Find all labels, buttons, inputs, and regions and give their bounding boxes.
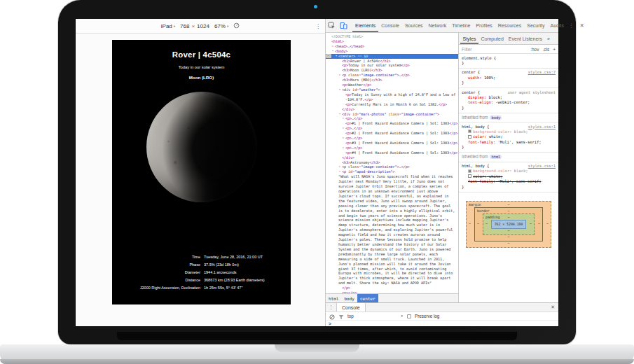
device-toolbar-toggle-icon[interactable] — [338, 19, 350, 32]
devtools-close-icon[interactable]: ✕ — [578, 22, 586, 29]
dom-tree-row[interactable]: ▾<div id="mars-photos" class="image-cont… — [326, 112, 458, 117]
breadcrumb-item-html[interactable]: html — [326, 294, 341, 302]
box-model-padding[interactable]: padding − − − − 762 × 5204.190 — [483, 214, 535, 235]
dom-tree-row[interactable]: <p>Today is Sunny with a high of 24.8°F … — [326, 92, 458, 102]
css-declaration[interactable]: background-color: black; — [462, 169, 556, 174]
twisty-icon[interactable]: ▾ — [338, 112, 342, 117]
row-overflow-icon[interactable]: ⋯ — [326, 54, 331, 58]
tab-network[interactable]: Network — [426, 19, 450, 32]
dom-tree-row[interactable]: <p></p> — [326, 290, 458, 293]
color-swatch[interactable] — [468, 130, 471, 133]
tab-resources[interactable]: Resources — [495, 19, 524, 32]
dom-tree-row[interactable]: <p>Today in our solar system</p> — [326, 63, 458, 68]
padding-bottom-value[interactable]: − — [508, 228, 510, 233]
dom-tree-row[interactable]: </div> — [326, 155, 458, 160]
twisty-icon[interactable]: ▸ — [341, 146, 345, 150]
stylesheet-link[interactable]: user agent stylesheet — [507, 90, 556, 95]
css-declaration[interactable]: display: block; — [462, 95, 556, 100]
inherited-node-link[interactable]: body — [490, 115, 502, 120]
tab-elements[interactable]: Elements — [352, 19, 378, 32]
css-declaration[interactable]: width: 100%; — [462, 76, 556, 80]
tab-timeline[interactable]: Timeline — [449, 19, 473, 32]
viewport-dimensions[interactable]: 768 × 1024 — [180, 23, 209, 29]
border-bottom-value[interactable]: − — [508, 234, 510, 239]
css-declaration[interactable]: font-family: 'Muli', sans-serif; — [462, 140, 556, 145]
tab-sources[interactable]: Sources — [402, 19, 426, 32]
dom-tree-row[interactable]: ▾<body> — [326, 49, 458, 54]
stylesheet-link[interactable]: styles.css:7 — [528, 70, 556, 75]
devtools-menu-icon[interactable]: ⋮ — [567, 22, 577, 29]
network-throttle-icon[interactable] — [233, 22, 240, 30]
box-model-border[interactable]: border − − − − padding − − — [474, 207, 543, 241]
dom-tree-row[interactable]: ▸<p>…</p> — [326, 116, 458, 121]
filter-funnel-icon[interactable] — [338, 310, 344, 323]
zoom-select[interactable]: 67% ▾ — [214, 23, 228, 29]
dom-tree-row[interactable]: ▸<p class="image-container">…</p> — [326, 164, 458, 169]
dom-tree-row[interactable]: <p>#1 | Front Hazard Avoidance Camera | … — [326, 121, 458, 126]
dom-tree-row[interactable]: ▾<div id="weather"> — [326, 88, 458, 92]
filter-toggle-more[interactable]: + — [553, 47, 556, 52]
rule-selector[interactable]: element.style { — [462, 56, 496, 61]
twisty-icon[interactable]: ▸ — [338, 73, 342, 78]
box-model-margin[interactable]: margin − − − − border − − − — [466, 201, 551, 248]
filter-toggle-cls[interactable]: .cls — [542, 47, 549, 52]
preserve-log-checkbox[interactable] — [407, 314, 411, 318]
dom-tree-row[interactable]: ▸<p>…</p> — [326, 136, 458, 141]
sidebar-tab-styles[interactable]: Styles — [460, 33, 478, 44]
twisty-icon[interactable]: ▸ — [341, 116, 345, 121]
twisty-icon[interactable]: ▾ — [331, 49, 335, 54]
dom-tree-row[interactable]: <h3>Astronomy</h3> — [326, 160, 458, 165]
dom-tree-row[interactable]: <p>Weather</p> — [326, 83, 458, 88]
dom-tree-row[interactable]: <!DOCTYPE html> — [326, 34, 458, 39]
margin-bottom-value[interactable]: − — [508, 241, 510, 246]
dom-tree-row[interactable]: <h3>Moon (LRO)</h3> — [326, 68, 458, 73]
margin-right-value[interactable]: − — [546, 222, 549, 227]
sidebar-tab-more[interactable]: » — [545, 33, 553, 44]
rule-selector[interactable]: html, body { — [462, 125, 489, 130]
dom-tree-row[interactable]: <p>#3 | Front Hazard Avoidance Camera | … — [326, 141, 458, 146]
css-declaration[interactable]: font-family: 'Muli', sans-serif; — [462, 179, 556, 184]
dom-tree-row[interactable]: ▸<p>…</p> — [326, 126, 458, 131]
tab-profiles[interactable]: Profiles — [473, 19, 495, 32]
execution-context-select[interactable]: top ▼ — [347, 314, 404, 318]
device-select[interactable]: iPad ▾ — [161, 23, 175, 29]
css-declaration[interactable]: color: white; — [462, 174, 556, 179]
twisty-icon[interactable]: ▸ — [341, 126, 345, 131]
dom-tree-row[interactable]: <html> — [326, 39, 458, 44]
dom-tree-row[interactable]: <h1>Rover | 4c504c</h1> — [326, 59, 458, 64]
dom-tree-row[interactable]: <p>Currently Mars is in Month 6 on Sol 1… — [326, 102, 458, 107]
box-model-content-size[interactable]: 762 × 5204.190 — [491, 220, 526, 229]
breadcrumb-item-body[interactable]: body — [341, 294, 357, 302]
dom-tree-row[interactable]: "What will NASA's Juno spacecraft find w… — [326, 174, 458, 286]
dom-tree-row[interactable]: ▸<p>…</p> — [326, 146, 458, 150]
dom-tree-row[interactable]: ▸<head>…</head> — [326, 44, 458, 49]
dom-tree-row[interactable]: </p> — [326, 286, 458, 290]
twisty-icon[interactable]: ▾ — [338, 169, 342, 174]
twisty-icon[interactable]: ▸ — [341, 136, 345, 141]
device-toolbar-menu-icon[interactable]: ⋮ — [313, 19, 323, 33]
sidebar-tab-computed[interactable]: Computed — [478, 33, 506, 44]
console-close-icon[interactable]: ✕ — [547, 303, 558, 312]
color-swatch[interactable] — [468, 174, 471, 178]
tab-audits[interactable]: Audits — [548, 19, 567, 32]
dom-tree-row[interactable]: ▾<p id="apod-description"> — [326, 169, 458, 174]
dom-tree-row[interactable]: ▾⋯<center> == $0 — [326, 54, 458, 59]
margin-left-value[interactable]: − — [469, 222, 471, 227]
twisty-icon[interactable]: ▾ — [338, 88, 342, 92]
dom-tree-row[interactable]: <p>#4 | Front Hazard Avoidance Camera | … — [326, 150, 458, 155]
tab-console[interactable]: Console — [378, 19, 402, 32]
css-declaration[interactable]: text-align: -webkit-center; — [462, 100, 556, 105]
console-prompt[interactable]: > — [326, 321, 558, 326]
viewport-height[interactable]: 1024 — [197, 23, 209, 29]
dom-tree-row[interactable]: <p>#2 | Front Hazard Avoidance Camera | … — [326, 131, 458, 136]
twisty-icon[interactable]: ▸ — [331, 44, 335, 49]
stylesheet-link[interactable]: styles.css:1 — [528, 164, 556, 169]
padding-top-value[interactable]: − — [508, 215, 510, 220]
stylesheet-link[interactable]: styles.css:1 — [528, 125, 556, 130]
rule-selector[interactable]: center { — [462, 70, 480, 75]
dom-tree-row[interactable]: ▸<p class="image-container">…</p> — [326, 73, 458, 78]
sidebar-tab-event-listeners[interactable]: Event Listeners — [506, 33, 544, 44]
viewport-width[interactable]: 768 — [180, 23, 189, 29]
twisty-icon[interactable]: ▾ — [334, 54, 338, 59]
padding-left-value[interactable]: − — [485, 222, 488, 227]
